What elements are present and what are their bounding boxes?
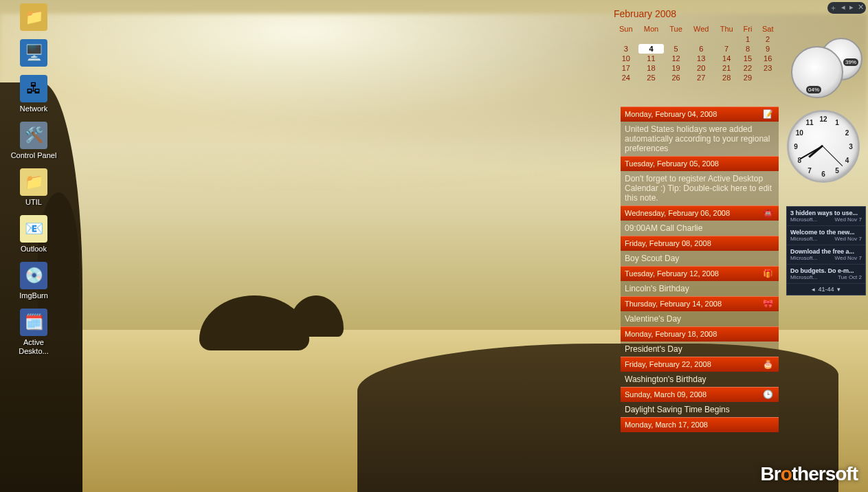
event-body[interactable]: Washington's Birthday xyxy=(621,372,779,387)
watermark-text: o xyxy=(781,463,792,484)
calendar-day[interactable]: 12 xyxy=(664,54,687,63)
calendar-day[interactable]: 3 xyxy=(614,44,638,54)
calendar-day[interactable]: 29 xyxy=(739,73,757,82)
calendar-day[interactable]: 8 xyxy=(739,44,757,54)
event-body[interactable]: United States holidays were added automa… xyxy=(621,122,779,156)
event-icon: ☎️ xyxy=(761,208,775,219)
calendar-day[interactable]: 24 xyxy=(614,73,638,82)
event-body[interactable]: Don't forget to register Active Desktop … xyxy=(621,171,779,205)
wallpaper-rock xyxy=(289,295,344,337)
desktop-icon-label: Outlook xyxy=(8,245,59,254)
event-header[interactable]: Friday, February 08, 2008 xyxy=(621,236,779,251)
calendar-day[interactable]: 27 xyxy=(688,73,715,82)
calendar-day[interactable]: 13 xyxy=(688,54,715,63)
event-body[interactable]: President's Day xyxy=(621,342,779,357)
clock-number: 10 xyxy=(796,129,803,137)
desktop-icon[interactable]: 🗓️ Active Deskto... xyxy=(8,309,59,356)
desktop-icon[interactable]: 📁 UTIL xyxy=(8,168,59,207)
event-body[interactable]: Valentine's Day xyxy=(621,311,779,326)
feed-item[interactable]: Welcome to the new... Microsoft...Wed No… xyxy=(787,226,865,245)
event-date: Sunday, March 09, 2008 xyxy=(625,390,761,399)
event-header[interactable]: Sunday, March 09, 2008 🕒 xyxy=(621,387,779,402)
feed-gadget[interactable]: 3 hidden ways to use... Microsoft...Wed … xyxy=(786,206,866,295)
clock-number: 6 xyxy=(821,170,825,178)
desktop-icons: 📁 🖥️ 🖧 Network🛠️ Control Panel📁 UTIL📧 Ou… xyxy=(8,3,59,364)
event-header[interactable]: Tuesday, February 12, 2008 🎁 xyxy=(621,266,779,281)
event-body[interactable]: Daylight Saving Time Begins xyxy=(621,402,779,417)
sidebar-close-icon[interactable]: ✕ xyxy=(858,3,864,13)
calendar-day[interactable]: 18 xyxy=(638,63,665,73)
calendar-day[interactable]: 28 xyxy=(715,73,739,82)
calendar-day[interactable]: 1 xyxy=(739,34,757,44)
event-header[interactable]: Monday, February 18, 2008 xyxy=(621,326,779,342)
events-list[interactable]: Monday, February 04, 2008 📝United States… xyxy=(621,107,779,432)
sidebar-next-icon[interactable]: ▸ xyxy=(849,3,854,13)
clock-gadget[interactable]: 123456789101112 xyxy=(787,110,860,183)
event-body[interactable]: 09:00AM Call Charlie xyxy=(621,221,779,236)
calendar-day[interactable]: 15 xyxy=(739,54,757,63)
sidebar: ＋ ◂ ▸ ✕ 39% 04% 123456789101112 3 hidden… xyxy=(786,0,868,492)
desktop-icon[interactable]: 🖥️ xyxy=(8,39,59,67)
feed-pager[interactable]: ◂ 41-44 ▾ xyxy=(787,284,865,295)
calendar-day[interactable]: 6 xyxy=(688,44,715,54)
event-header[interactable]: Wednesday, February 06, 2008 ☎️ xyxy=(621,205,779,221)
event-header[interactable]: Tuesday, February 05, 2008 xyxy=(621,156,779,171)
event-icon xyxy=(761,238,775,249)
sidebar-add-icon[interactable]: ＋ xyxy=(830,3,837,13)
desktop-icon-glyph: 📧 xyxy=(20,215,47,243)
feed-item[interactable]: Download the free a... Microsoft...Wed N… xyxy=(787,245,865,265)
desktop-icon-glyph: 💿 xyxy=(20,262,47,289)
desktop-icon[interactable]: 🖧 Network xyxy=(8,75,59,113)
desktop-icon-glyph: 🗓️ xyxy=(20,309,47,336)
calendar-day[interactable]: 17 xyxy=(614,63,638,73)
event-header[interactable]: Friday, February 22, 2008 🎂 xyxy=(621,357,779,372)
feed-when: Wed Nov 7 xyxy=(835,236,862,242)
desktop-icon-label: ImgBurn xyxy=(8,291,59,300)
pager-prev-icon[interactable]: ◂ xyxy=(812,286,815,293)
desktop-icon[interactable]: 💿 ImgBurn xyxy=(8,262,59,300)
desktop-icon[interactable]: 📧 Outlook xyxy=(8,215,59,254)
event-body[interactable]: Lincoln's Birthday xyxy=(621,281,779,296)
desktop[interactable]: 📁 🖥️ 🖧 Network🛠️ Control Panel📁 UTIL📧 Ou… xyxy=(0,0,868,492)
calendar-day[interactable]: 7 xyxy=(715,44,739,54)
desktop-icon[interactable]: 🛠️ Control Panel xyxy=(8,122,59,160)
calendar-day[interactable]: 20 xyxy=(688,63,715,73)
calendar-day[interactable]: 21 xyxy=(715,63,739,73)
calendar-day[interactable]: 2 xyxy=(757,34,779,44)
desktop-icon-glyph: 📁 xyxy=(20,168,47,196)
calendar-day[interactable]: 19 xyxy=(664,63,687,73)
calendar-day[interactable]: 10 xyxy=(614,54,638,63)
calendar-day[interactable]: 23 xyxy=(757,63,779,73)
feed-item[interactable]: Do budgets. Do e-m... Microsoft...Tue Oc… xyxy=(787,265,865,284)
event-header[interactable]: Monday, March 17, 2008 xyxy=(621,417,779,432)
desktop-icon-label: Active Deskto... xyxy=(8,338,59,356)
cpu-gadget[interactable]: 39% 04% xyxy=(791,38,860,100)
clock-number: 2 xyxy=(845,129,849,137)
calendar-widget[interactable]: February 2008 SunMonTueWedThuFriSat 1234… xyxy=(614,8,779,82)
clock-number: 5 xyxy=(835,166,839,174)
event-header[interactable]: Thursday, February 14, 2008 🎀 xyxy=(621,296,779,311)
calendar-day[interactable]: 22 xyxy=(739,63,757,73)
event-body[interactable]: Boy Scout Day xyxy=(621,251,779,266)
calendar-day[interactable]: 25 xyxy=(638,73,665,82)
calendar-day[interactable]: 9 xyxy=(757,44,779,54)
desktop-icon-glyph: 🖧 xyxy=(20,75,47,102)
calendar-grid: SunMonTueWedThuFriSat 123456789101112131… xyxy=(614,23,779,82)
feed-title: 3 hidden ways to use... xyxy=(790,210,862,216)
clock-number: 9 xyxy=(794,143,798,150)
calendar-day[interactable]: 16 xyxy=(757,54,779,63)
feed-item[interactable]: 3 hidden ways to use... Microsoft...Wed … xyxy=(787,207,865,226)
sidebar-controls[interactable]: ＋ ◂ ▸ ✕ xyxy=(827,2,866,14)
event-header[interactable]: Monday, February 04, 2008 📝 xyxy=(621,107,779,122)
event-icon: 🎂 xyxy=(761,359,775,370)
calendar-day[interactable]: 4 xyxy=(638,44,665,54)
pager-dropdown-icon[interactable]: ▾ xyxy=(837,286,841,293)
calendar-day[interactable]: 14 xyxy=(715,54,739,63)
calendar-day[interactable]: 11 xyxy=(638,54,665,63)
sidebar-prev-icon[interactable]: ◂ xyxy=(841,3,845,13)
calendar-day[interactable]: 5 xyxy=(664,44,687,54)
watermark-text: thersoft xyxy=(792,463,858,484)
calendar-day[interactable]: 26 xyxy=(664,73,687,82)
desktop-icon[interactable]: 📁 xyxy=(8,3,59,31)
event-date: Friday, February 08, 2008 xyxy=(625,239,761,247)
